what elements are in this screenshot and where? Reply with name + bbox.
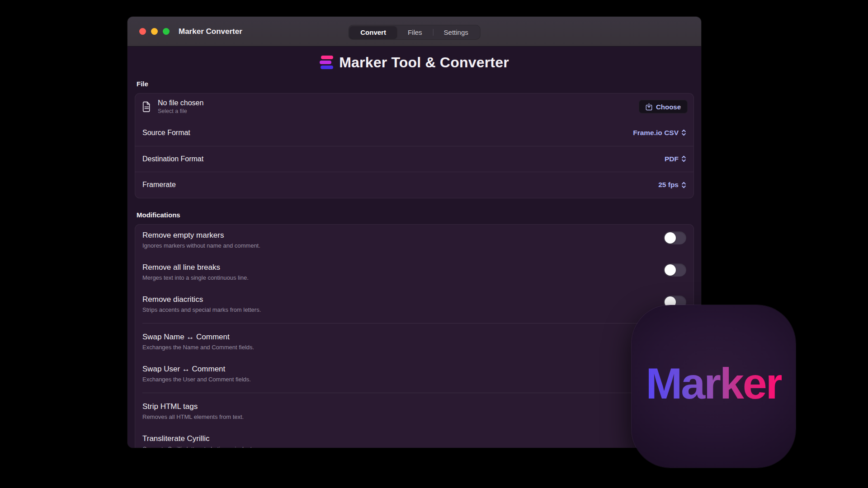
toggle-knob <box>665 264 676 276</box>
modification-row: Strip HTML tags Removes all HTML element… <box>135 396 693 428</box>
modification-texts: Remove empty markers Ignores markers wit… <box>142 231 260 249</box>
file-card: No file chosen Select a file Choose So <box>135 93 694 198</box>
chevron-up-down-icon <box>681 181 686 189</box>
choose-button-label: Choose <box>656 103 681 111</box>
modification-title: Swap Name ↔ Comment <box>142 333 254 342</box>
app-icon-wordmark: Marker <box>646 361 781 412</box>
group-divider <box>142 323 686 324</box>
file-chosen-status: No file chosen <box>158 99 639 107</box>
format-row-label: Framerate <box>142 181 176 189</box>
modification-subtitle: Strips accents and special marks from le… <box>142 306 261 314</box>
tab[interactable]: Files <box>397 26 433 38</box>
modification-title: Remove empty markers <box>142 231 260 240</box>
modification-subtitle: Removes all HTML elements from text. <box>142 413 244 421</box>
toggle-knob <box>665 232 676 244</box>
modification-texts: Transliterate Cyrillic Converts Cyrillic… <box>142 434 256 448</box>
format-dropdown[interactable]: Frame.io CSV <box>633 129 686 137</box>
modification-subtitle: Converts Cyrillic letters to Latin equiv… <box>142 446 256 448</box>
toggle-switch[interactable] <box>664 231 686 244</box>
zoom-window-icon[interactable] <box>163 28 170 35</box>
title-bar: Marker Converter Convert Files Settings <box>127 17 701 47</box>
format-rows: Source Format Frame.io CSV Destination F… <box>135 120 693 198</box>
page-title: Marker Tool & Converter <box>339 54 509 71</box>
format-row: Framerate 25 fps <box>135 172 693 198</box>
modification-subtitle: Merges text into a single continuous lin… <box>142 274 249 282</box>
modification-texts: Remove all line breaks Merges text into … <box>142 263 249 282</box>
marker-app-icon: Marker <box>632 305 796 468</box>
traffic-lights <box>139 17 170 46</box>
modification-subtitle: Exchanges the User and Comment fields. <box>142 376 251 383</box>
main-content: Marker Tool & Converter File No file cho… <box>127 47 701 448</box>
modification-texts: Swap User ↔ Comment Exchanges the User a… <box>142 365 251 383</box>
minimize-window-icon[interactable] <box>151 28 158 35</box>
modification-texts: Remove diacritics Strips accents and spe… <box>142 295 261 314</box>
group-divider <box>142 393 686 393</box>
choose-file-button[interactable]: Choose <box>639 100 688 113</box>
toggle-switch[interactable] <box>664 263 686 277</box>
close-window-icon[interactable] <box>139 28 146 35</box>
modification-row: Transliterate Cyrillic Converts Cyrillic… <box>135 428 693 448</box>
format-dropdown[interactable]: 25 fps <box>658 181 686 189</box>
modification-title: Transliterate Cyrillic <box>142 434 256 443</box>
modification-texts: Strip HTML tags Removes all HTML element… <box>142 402 244 421</box>
tab[interactable]: Convert <box>349 26 397 38</box>
modification-row: Swap Name ↔ Comment Exchanges the Name a… <box>135 326 693 358</box>
file-chooser-texts: No file chosen Select a file <box>158 99 639 114</box>
document-icon <box>142 101 151 113</box>
modification-title: Remove all line breaks <box>142 263 249 272</box>
modification-row: Remove diacritics Strips accents and spe… <box>135 289 693 321</box>
format-row: Source Format Frame.io CSV <box>135 120 693 146</box>
tab-bar: Convert Files Settings <box>349 25 480 39</box>
modifications-card: Remove empty markers Ignores markers wit… <box>135 224 694 448</box>
tab[interactable]: Settings <box>433 26 479 38</box>
modification-title: Remove diacritics <box>142 295 261 304</box>
format-row-label: Source Format <box>142 129 190 137</box>
format-dropdown-value: 25 fps <box>658 181 679 189</box>
file-chooser-hint: Select a file <box>158 108 639 114</box>
modification-title: Swap User ↔ Comment <box>142 365 251 374</box>
import-file-icon <box>646 103 652 111</box>
modification-texts: Swap Name ↔ Comment Exchanges the Name a… <box>142 333 254 351</box>
window-title: Marker Converter <box>179 27 242 36</box>
modification-row: Remove all line breaks Merges text into … <box>135 257 693 289</box>
format-dropdown-value: PDF <box>665 155 679 163</box>
modification-row: Swap User ↔ Comment Exchanges the User a… <box>135 358 693 390</box>
app-window: Marker Converter Convert Files Settings … <box>127 17 701 448</box>
modification-title: Strip HTML tags <box>142 402 244 411</box>
marker-logo-icon <box>320 56 333 69</box>
modifications-section-label: Modifications <box>137 211 692 219</box>
chevron-up-down-icon <box>681 155 686 163</box>
format-dropdown-value: Frame.io CSV <box>633 129 679 137</box>
modification-subtitle: Exchanges the Name and Comment fields. <box>142 344 254 351</box>
format-row: Destination Format PDF <box>135 146 693 172</box>
modification-subtitle: Ignores markers without name and comment… <box>142 242 260 249</box>
modification-row: Remove empty markers Ignores markers wit… <box>135 225 693 257</box>
file-section-label: File <box>137 80 692 88</box>
page-header: Marker Tool & Converter <box>135 47 694 73</box>
chevron-up-down-icon <box>681 129 686 136</box>
format-dropdown[interactable]: PDF <box>665 155 686 163</box>
file-chooser-row: No file chosen Select a file Choose <box>135 94 693 120</box>
format-row-label: Destination Format <box>142 155 203 163</box>
